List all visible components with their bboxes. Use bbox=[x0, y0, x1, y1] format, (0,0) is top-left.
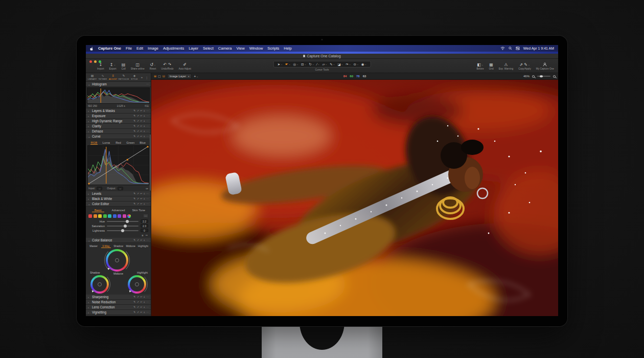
proof-view-icon[interactable]: ⊡ bbox=[163, 75, 165, 78]
panel-dehaze[interactable]: ›Dehaze✎↗↩≡⋯ bbox=[86, 129, 151, 134]
panel-action-icon[interactable]: ⋯ bbox=[146, 203, 149, 206]
chevron-double-icon[interactable]: » bbox=[140, 76, 144, 79]
panel-action-icon[interactable]: ≡ bbox=[144, 115, 145, 118]
swatch-more-button[interactable]: ⋯ bbox=[143, 214, 148, 218]
tab-basic[interactable]: Basic bbox=[88, 208, 108, 212]
tab-advanced[interactable]: Advanced bbox=[108, 208, 129, 212]
panel-action-icon[interactable]: ↩ bbox=[140, 120, 142, 123]
apple-logo-icon[interactable] bbox=[90, 47, 94, 51]
panel-action-icon[interactable]: ⋯ bbox=[146, 192, 149, 195]
chevron-down-icon[interactable]: ⌄ bbox=[281, 63, 283, 65]
panel-action-icon[interactable]: ↗ bbox=[137, 301, 139, 304]
cursor-tool-erase-mask-icon[interactable]: ◪⌄ bbox=[337, 62, 343, 66]
panel-menu-icon[interactable]: ⋯ bbox=[146, 83, 149, 86]
chevron-down-icon[interactable]: ⌄ bbox=[481, 63, 484, 66]
panel-action-icon[interactable]: ✎ bbox=[133, 203, 135, 206]
panel-exposure[interactable]: ›Exposure✎↗↩≡⋯ bbox=[86, 114, 151, 119]
panel-action-icon[interactable]: ⋯ bbox=[146, 109, 149, 113]
search-icon[interactable] bbox=[509, 47, 512, 50]
panel-black-white[interactable]: ›Black & White✎↗↩≡⋯ bbox=[86, 196, 151, 202]
tab-luma[interactable]: Luma bbox=[100, 140, 112, 145]
cursor-tool-zoom-tool-icon[interactable]: ◉⌄ bbox=[361, 62, 366, 66]
panel-action-icon[interactable]: ⋯ bbox=[146, 306, 149, 309]
tab-blue[interactable]: Blue bbox=[136, 140, 149, 145]
menu-file[interactable]: File bbox=[126, 46, 132, 51]
panel-action-icon[interactable]: ↩ bbox=[140, 192, 142, 195]
slider-track[interactable] bbox=[107, 226, 139, 227]
slider-value[interactable]: 2.2 bbox=[141, 219, 148, 223]
photo-canvas[interactable] bbox=[151, 80, 558, 316]
panel-action-icon[interactable]: ⋯ bbox=[146, 239, 149, 242]
cursor-tool-loupe-icon[interactable]: ◎⌄ bbox=[293, 62, 298, 66]
menu-help[interactable]: Help bbox=[284, 46, 291, 51]
tab-green[interactable]: Green bbox=[124, 140, 136, 145]
slider-thumb[interactable] bbox=[121, 229, 124, 232]
panel-levels[interactable]: ›Levels✎↗↩≡⋯ bbox=[86, 191, 151, 196]
slider-track[interactable] bbox=[107, 221, 139, 222]
color-swatch-8[interactable] bbox=[127, 214, 131, 218]
panel-action-icon[interactable]: ✎ bbox=[133, 135, 135, 138]
panel-color-balance-header[interactable]: ⌄ Color Balance ✎↗↩≡⋯ bbox=[86, 238, 151, 243]
panel-lens-correction[interactable]: ›Lens Correction✎↗↩≡⋯ bbox=[86, 305, 151, 310]
slider-lightness[interactable]: Lightness0 bbox=[86, 228, 151, 233]
curve-input-value[interactable]: -- bbox=[97, 187, 102, 190]
menu-camera[interactable]: Camera bbox=[218, 46, 232, 51]
more-vert-icon[interactable]: ⋮ bbox=[144, 76, 149, 79]
slider-hue[interactable]: Hue2.2 bbox=[86, 219, 151, 223]
toolbar-import[interactable]: ↧Import bbox=[97, 62, 104, 70]
panel-action-icon[interactable]: ↗ bbox=[137, 125, 139, 128]
tab-red[interactable]: Red bbox=[112, 140, 125, 145]
cursor-tool-spot-removal-icon[interactable]: ⊙⌄ bbox=[354, 62, 359, 66]
chevron-down-icon[interactable]: ⌄ bbox=[289, 63, 291, 65]
toolbar-share-online[interactable]: ◫Share online bbox=[131, 62, 145, 70]
tab-adjust[interactable]: ≡ADJUST bbox=[108, 74, 118, 80]
panel-action-icon[interactable]: ↗ bbox=[137, 115, 139, 118]
toolbar-copy-apply[interactable]: ⇗ ✎⌄Copy/Apply bbox=[518, 62, 531, 70]
panel-action-icon[interactable]: ↩ bbox=[140, 197, 142, 200]
chevron-down-icon[interactable]: ⌄ bbox=[357, 63, 359, 65]
slider-saturation[interactable]: Saturation2.3 bbox=[86, 223, 151, 228]
toolbar-reset[interactable]: ↺⌄Reset bbox=[150, 62, 156, 70]
panel-action-icon[interactable]: ✎ bbox=[133, 125, 135, 128]
panel-action-icon[interactable]: ↗ bbox=[137, 135, 139, 138]
panel-action-icon[interactable]: ≡ bbox=[144, 135, 145, 138]
tab-highlight[interactable]: Highlight bbox=[137, 243, 149, 248]
wifi-icon[interactable] bbox=[500, 47, 505, 50]
panel-action-icon[interactable]: ⋯ bbox=[146, 115, 149, 118]
cursor-tool-eyedropper-icon[interactable]: ✑⌄ bbox=[346, 62, 351, 66]
panel-layers-masks[interactable]: ›Layers & Masks✎↗↩≡⋯ bbox=[86, 108, 151, 114]
menu-edit[interactable]: Edit bbox=[136, 46, 143, 51]
toolbar-export[interactable]: ↥⌄Export bbox=[109, 62, 117, 70]
panel-action-icon[interactable]: ↗ bbox=[137, 311, 139, 314]
panel-action-icon[interactable]: ↗ bbox=[137, 130, 139, 133]
panel-action-icon[interactable]: ↗ bbox=[137, 306, 139, 309]
tab-style[interactable]: ◈STYLE bbox=[129, 74, 139, 80]
panel-action-icon[interactable]: ≡ bbox=[144, 311, 145, 314]
tab-master[interactable]: Master bbox=[87, 243, 100, 248]
panel-action-icon[interactable]: ↗ bbox=[137, 239, 139, 242]
tab-skin-tone[interactable]: Skin Tone bbox=[128, 208, 149, 212]
panel-action-icon[interactable]: ✎ bbox=[133, 301, 135, 304]
window-titlebar[interactable]: Capture One Catalog bbox=[86, 54, 558, 59]
panel-action-icon[interactable]: ✎ bbox=[133, 311, 135, 314]
panel-action-icon[interactable]: ↩ bbox=[140, 115, 142, 118]
toolbar-auto-adjust[interactable]: ✐Auto Adjust bbox=[179, 62, 191, 70]
chevron-down-icon[interactable]: ⌄ bbox=[114, 63, 116, 66]
menu-image[interactable]: Image bbox=[148, 46, 158, 51]
menu-view[interactable]: View bbox=[237, 46, 245, 51]
menu-scripts[interactable]: Scripts bbox=[267, 46, 279, 51]
panel-action-icon[interactable]: ≡ bbox=[144, 301, 145, 304]
tab-midtone[interactable]: Midtone bbox=[125, 243, 137, 248]
cursor-tool-draw-mask-icon[interactable]: ✎⌄ bbox=[330, 62, 335, 66]
panel-action-icon[interactable]: ✎ bbox=[133, 239, 135, 242]
color-swatch-5[interactable] bbox=[113, 214, 117, 218]
panel-action-icon[interactable]: ⋯ bbox=[146, 135, 149, 138]
panel-action-icon[interactable]: ↩ bbox=[140, 301, 142, 304]
cursor-tool-rotate-icon[interactable]: ↻⌄ bbox=[309, 62, 314, 66]
menu-adjustments[interactable]: Adjustments bbox=[163, 46, 184, 51]
menu-layer[interactable]: Layer bbox=[189, 46, 198, 51]
panel-action-icon[interactable]: ≡ bbox=[144, 306, 145, 309]
cursor-tool-shape-mask-icon[interactable]: ▱⌄ bbox=[322, 62, 327, 66]
panel-noise-reduction[interactable]: ›Noise Reduction✎↗↩≡⋯ bbox=[86, 300, 151, 305]
zoom-level[interactable]: 46% bbox=[523, 75, 530, 78]
